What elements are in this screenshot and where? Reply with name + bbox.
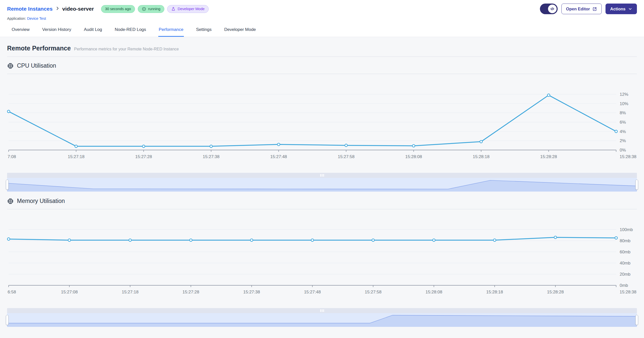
svg-text:0mb: 0mb bbox=[620, 283, 628, 288]
tab-audit-log[interactable]: Audit Log bbox=[83, 25, 103, 37]
performance-panel: Remote Performance Performance metrics f… bbox=[0, 45, 644, 327]
cpu-chart-zoom-slider[interactable] bbox=[7, 173, 637, 192]
svg-text:15:28:38: 15:28:38 bbox=[620, 290, 636, 294]
svg-text:12%: 12% bbox=[620, 92, 628, 97]
developer-mode-badge[interactable]: Developer Mode bbox=[167, 5, 208, 13]
instance-name: video-server bbox=[62, 6, 94, 12]
breadcrumb-remote-instances[interactable]: Remote Instances bbox=[7, 6, 53, 12]
memory-chip-icon bbox=[7, 198, 14, 204]
svg-text:6:58: 6:58 bbox=[8, 290, 16, 294]
svg-text:15:27:08: 15:27:08 bbox=[61, 290, 78, 294]
status-badge: running bbox=[138, 5, 164, 13]
svg-text:4%: 4% bbox=[620, 129, 626, 134]
editor-toggle[interactable] bbox=[540, 4, 558, 14]
divider bbox=[7, 209, 637, 209]
svg-text:80mb: 80mb bbox=[620, 238, 631, 243]
open-editor-label: Open Editor bbox=[566, 7, 590, 11]
svg-text:15:27:38: 15:27:38 bbox=[243, 290, 260, 294]
zoom-slider-handle-right[interactable] bbox=[635, 315, 638, 325]
code-icon bbox=[548, 5, 557, 13]
svg-text:15:27:58: 15:27:58 bbox=[338, 154, 355, 159]
actions-label: Actions bbox=[610, 7, 626, 11]
tab-settings[interactable]: Settings bbox=[196, 25, 212, 37]
actions-button[interactable]: Actions bbox=[606, 4, 637, 14]
chevron-right-icon bbox=[55, 6, 60, 12]
section-title-row: Remote Performance Performance metrics f… bbox=[7, 45, 637, 52]
grip-icon bbox=[320, 174, 324, 177]
zoom-slider-preview bbox=[7, 178, 637, 192]
header-top-row: Remote Instances video-server 30 seconds… bbox=[7, 4, 637, 14]
application-row: Application: Device Test bbox=[7, 16, 637, 21]
zoom-slider-handle-right[interactable] bbox=[635, 180, 638, 190]
breadcrumb: Remote Instances video-server bbox=[7, 6, 94, 12]
header-actions: Open Editor Actions bbox=[540, 4, 637, 14]
svg-text:15:27:48: 15:27:48 bbox=[304, 290, 321, 294]
status-label: running bbox=[148, 7, 160, 11]
zoom-slider-preview bbox=[7, 313, 637, 327]
divider bbox=[7, 74, 637, 74]
zoom-slider-move-handle[interactable] bbox=[7, 173, 637, 178]
application-label: Application: bbox=[7, 16, 26, 21]
open-editor-button[interactable]: Open Editor bbox=[561, 4, 602, 14]
svg-text:15:28:38: 15:28:38 bbox=[620, 154, 636, 159]
svg-text:15:28:18: 15:28:18 bbox=[473, 154, 490, 159]
svg-text:15:28:28: 15:28:28 bbox=[540, 154, 557, 159]
tab-bar: Overview Version History Audit Log Node-… bbox=[7, 25, 637, 37]
status-badges: 30 seconds ago running Developer Mode bbox=[101, 5, 209, 13]
tab-version-history[interactable]: Version History bbox=[42, 25, 72, 37]
zoom-slider-handle-left[interactable] bbox=[6, 180, 9, 190]
memory-section-heading: Memory Utilisation bbox=[7, 198, 637, 204]
svg-text:15:28:18: 15:28:18 bbox=[486, 290, 503, 294]
tab-developer-mode[interactable]: Developer Mode bbox=[224, 25, 257, 37]
svg-text:15:28:08: 15:28:08 bbox=[425, 290, 442, 294]
svg-text:40mb: 40mb bbox=[620, 261, 631, 266]
svg-text:6%: 6% bbox=[620, 120, 626, 125]
external-link-icon bbox=[592, 7, 597, 11]
flask-icon bbox=[171, 7, 175, 11]
svg-text:60mb: 60mb bbox=[620, 250, 631, 254]
svg-text:15:27:58: 15:27:58 bbox=[365, 290, 381, 294]
grip-icon bbox=[320, 309, 324, 312]
svg-text:15:27:48: 15:27:48 bbox=[270, 154, 287, 159]
last-seen-badge: 30 seconds ago bbox=[101, 5, 135, 13]
zoom-slider-track[interactable] bbox=[7, 178, 637, 192]
svg-text:2%: 2% bbox=[620, 138, 626, 143]
application-link[interactable]: Device Test bbox=[27, 16, 46, 21]
developer-mode-label: Developer Mode bbox=[178, 7, 204, 11]
page-subtitle: Performance metrics for your Remote Node… bbox=[74, 47, 179, 51]
svg-text:100mb: 100mb bbox=[620, 227, 633, 232]
play-circle-icon bbox=[142, 7, 146, 11]
svg-text:15:27:28: 15:27:28 bbox=[183, 290, 199, 294]
zoom-slider-handle-left[interactable] bbox=[6, 315, 9, 325]
memory-utilisation-chart: 0mb20mb40mb60mb80mb100mb6:5815:27:0815:2… bbox=[7, 211, 637, 297]
tab-overview[interactable]: Overview bbox=[11, 25, 30, 37]
svg-text:15:28:28: 15:28:28 bbox=[547, 290, 564, 294]
zoom-slider-track[interactable] bbox=[7, 313, 637, 327]
tab-performance[interactable]: Performance bbox=[158, 25, 184, 37]
last-seen-label: 30 seconds ago bbox=[105, 7, 131, 11]
page-header: Remote Instances video-server 30 seconds… bbox=[0, 0, 644, 37]
cpu-section-title: CPU Utilisation bbox=[17, 62, 56, 69]
svg-text:15:27:18: 15:27:18 bbox=[68, 154, 84, 159]
svg-text:20mb: 20mb bbox=[620, 272, 631, 277]
svg-text:15:28:08: 15:28:08 bbox=[405, 154, 422, 159]
svg-text:15:27:28: 15:27:28 bbox=[135, 154, 152, 159]
svg-text:15:27:38: 15:27:38 bbox=[203, 154, 220, 159]
page-title: Remote Performance bbox=[7, 45, 71, 52]
cpu-chip-icon bbox=[7, 63, 14, 69]
chevron-down-icon bbox=[628, 7, 632, 11]
cpu-section-heading: CPU Utilisation bbox=[7, 62, 637, 69]
svg-text:8%: 8% bbox=[620, 110, 626, 115]
svg-text:0%: 0% bbox=[620, 148, 626, 153]
zoom-slider-move-handle[interactable] bbox=[7, 308, 637, 313]
memory-section-title: Memory Utilisation bbox=[17, 198, 65, 204]
cpu-utilisation-chart: 0%2%4%6%8%10%12%7:0815:27:1815:27:2815:2… bbox=[7, 76, 637, 162]
tab-node-red-logs[interactable]: Node-RED Logs bbox=[114, 25, 147, 37]
divider bbox=[7, 57, 637, 57]
svg-text:7:08: 7:08 bbox=[8, 154, 16, 159]
memory-chart-zoom-slider[interactable] bbox=[7, 308, 637, 327]
svg-text:10%: 10% bbox=[620, 101, 628, 106]
svg-text:15:27:18: 15:27:18 bbox=[122, 290, 139, 294]
